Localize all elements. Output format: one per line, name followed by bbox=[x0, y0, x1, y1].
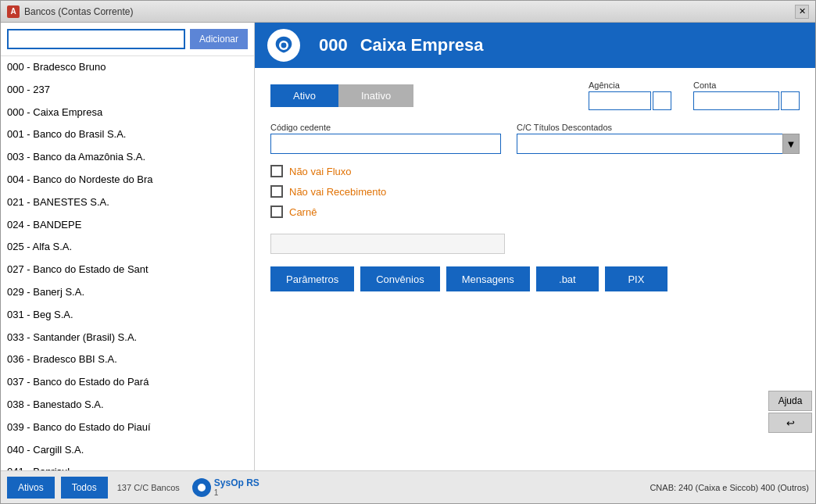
parametros-button[interactable]: Parâmetros bbox=[270, 266, 354, 291]
extra-input[interactable] bbox=[270, 234, 505, 254]
bank-list-item[interactable]: 003 - Banco da Amazônia S.A. bbox=[1, 146, 254, 169]
title-bar: A Bancos (Contas Corrente) ✕ bbox=[1, 1, 815, 23]
checkbox-fluxo[interactable] bbox=[270, 165, 283, 177]
conta-inputs bbox=[693, 91, 800, 110]
ativos-button[interactable]: Ativos bbox=[7, 477, 55, 499]
right-header: 000 Caixa Empresa bbox=[255, 23, 815, 68]
sysop-logo-inner bbox=[196, 482, 207, 493]
checkbox-fluxo-label[interactable]: Não vai Fluxo bbox=[289, 166, 351, 177]
conta-input[interactable] bbox=[693, 91, 779, 110]
bank-list-item[interactable]: 004 - Banco do Nordeste do Bra bbox=[1, 169, 254, 191]
ccc-select-wrapper: ▼ bbox=[517, 134, 800, 154]
bottom-bar: Ativos Todos 137 C/C Bancos SysOp RS 1 C… bbox=[1, 470, 815, 503]
window: A Bancos (Contas Corrente) ✕ Adicionar 0… bbox=[0, 0, 816, 504]
status-buttons: Ativo Inativo bbox=[270, 84, 413, 107]
checkbox-carne[interactable] bbox=[270, 206, 283, 218]
status-inactive-button[interactable]: Inativo bbox=[338, 84, 413, 107]
cedente-group: Código cedente bbox=[270, 123, 501, 154]
sysop-logo-text: SysOp RS 1 bbox=[214, 477, 259, 497]
window-title: Bancos (Contas Corrente) bbox=[24, 6, 795, 17]
checkbox-fluxo-row: Não vai Fluxo bbox=[270, 165, 800, 177]
agencia-label: Agência bbox=[589, 80, 671, 90]
bank-list-item[interactable]: 001 - Banco do Brasil S.A. bbox=[1, 123, 254, 146]
conta-digit-input[interactable] bbox=[781, 91, 800, 110]
cedente-ccc-row: Código cedente C/C Títulos Descontados ▼ bbox=[270, 123, 800, 154]
right-wrapper: 000 Caixa Empresa Ativo Inativo Agência bbox=[255, 23, 815, 470]
bank-list-item[interactable]: 031 - Beg S.A. bbox=[1, 304, 254, 327]
bank-count: 137 C/C Bancos bbox=[117, 483, 180, 492]
right-body: Ativo Inativo Agência Conta bbox=[255, 68, 815, 470]
checkbox-recebimento[interactable] bbox=[270, 185, 283, 198]
bank-list-item[interactable]: 041 - Banrisul bbox=[1, 461, 254, 470]
cedente-label: Código cedente bbox=[270, 123, 501, 132]
bank-list-item[interactable]: 000 - Bradesco Bruno bbox=[1, 56, 254, 79]
extra-input-row bbox=[270, 234, 800, 254]
add-button[interactable]: Adicionar bbox=[190, 29, 248, 49]
bank-list-item[interactable]: 027 - Banco do Estado de Sant bbox=[1, 259, 254, 281]
status-active-button[interactable]: Ativo bbox=[270, 84, 338, 107]
pix-button[interactable]: PIX bbox=[605, 266, 667, 291]
header-name: Caixa Empresa bbox=[360, 35, 484, 55]
help-button[interactable]: Ajuda bbox=[768, 391, 812, 411]
agencia-group: Agência bbox=[589, 80, 671, 110]
bank-list-item[interactable]: 025 - Alfa S.A. bbox=[1, 236, 254, 259]
conta-label: Conta bbox=[693, 80, 800, 90]
bank-list-item[interactable]: 033 - Santander (Brasil) S.A. bbox=[1, 327, 254, 349]
agencia-conta-row: Agência Conta bbox=[589, 80, 800, 110]
svg-point-2 bbox=[281, 43, 287, 48]
close-button[interactable]: ✕ bbox=[795, 5, 809, 19]
action-buttons: Parâmetros Convênios Mensagens .bat PIX bbox=[270, 266, 800, 291]
bank-list-item[interactable]: 040 - Cargill S.A. bbox=[1, 439, 254, 462]
bank-list-item[interactable]: 038 - Banestado S.A. bbox=[1, 394, 254, 416]
cedente-input[interactable] bbox=[270, 134, 501, 154]
ccc-select[interactable] bbox=[517, 134, 800, 154]
sysop-logo-icon bbox=[192, 478, 211, 497]
logo-circle bbox=[267, 29, 300, 62]
sysop-text: SysOp RS bbox=[214, 477, 259, 488]
bank-list-item[interactable]: 037 - Banco do Estado do Pará bbox=[1, 371, 254, 394]
checkboxes: Não vai Fluxo Não vai Recebimento Carnê bbox=[270, 165, 800, 218]
mensagens-button[interactable]: Mensagens bbox=[446, 266, 530, 291]
bank-list-item[interactable]: 024 - BANDEPE bbox=[1, 214, 254, 237]
header-code: 000 bbox=[319, 35, 348, 55]
agencia-inputs bbox=[589, 91, 671, 110]
search-bar: Adicionar bbox=[1, 23, 254, 56]
sysop-number: 1 bbox=[214, 488, 259, 497]
bank-list-item[interactable]: 036 - Bradesco BBI S.A. bbox=[1, 349, 254, 371]
back-icon: ↩ bbox=[786, 417, 795, 429]
help-back-button[interactable]: ↩ bbox=[768, 413, 812, 433]
convenios-button[interactable]: Convênios bbox=[360, 266, 439, 291]
ccc-label: C/C Títulos Descontados bbox=[517, 123, 800, 132]
bank-list-item[interactable]: 029 - Banerj S.A. bbox=[1, 281, 254, 304]
main-content: Adicionar 000 - Bradesco Bruno000 - 2370… bbox=[1, 23, 815, 470]
status-row: Ativo Inativo Agência Conta bbox=[270, 80, 800, 110]
search-input[interactable] bbox=[7, 29, 185, 49]
ccc-group: C/C Títulos Descontados ▼ bbox=[517, 123, 800, 154]
agencia-input[interactable] bbox=[589, 91, 651, 110]
checkbox-carne-label[interactable]: Carnê bbox=[289, 206, 317, 218]
todos-button[interactable]: Todos bbox=[61, 477, 108, 499]
bat-button[interactable]: .bat bbox=[536, 266, 599, 291]
checkbox-carne-row: Carnê bbox=[270, 206, 800, 218]
bank-list-item[interactable]: 000 - 237 bbox=[1, 79, 254, 102]
checkbox-recebimento-row: Não vai Recebimento bbox=[270, 185, 800, 198]
agencia-digit-input[interactable] bbox=[653, 91, 671, 110]
cnab-text: CNAB: 240 (Caixa e Siccob) 400 (Outros) bbox=[650, 483, 809, 492]
app-icon: A bbox=[7, 5, 20, 18]
bank-list-item[interactable]: 021 - BANESTES S.A. bbox=[1, 191, 254, 214]
help-area: Ajuda ↩ bbox=[768, 391, 812, 433]
sysop-logo: SysOp RS 1 bbox=[192, 477, 259, 497]
conta-group: Conta bbox=[693, 80, 800, 110]
bank-list-item[interactable]: 000 - Caixa Empresa bbox=[1, 102, 254, 124]
bank-list-item[interactable]: 039 - Banco do Estado do Piauí bbox=[1, 416, 254, 439]
left-panel: Adicionar 000 - Bradesco Bruno000 - 2370… bbox=[1, 23, 255, 470]
bank-list: 000 - Bradesco Bruno000 - 237000 - Caixa… bbox=[1, 56, 254, 470]
checkbox-recebimento-label[interactable]: Não vai Recebimento bbox=[289, 186, 386, 198]
